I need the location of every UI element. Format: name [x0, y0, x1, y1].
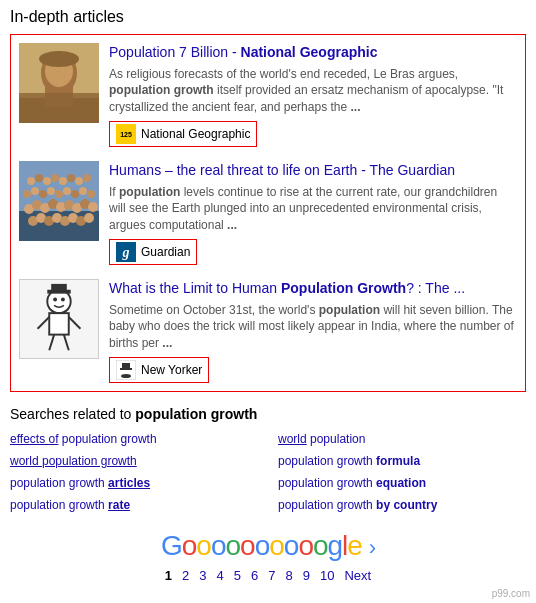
article-3-thumb-svg: [20, 279, 98, 359]
article-2-title[interactable]: Humans – the real threat to life on Eart…: [109, 161, 517, 181]
svg-point-29: [39, 190, 47, 198]
related-link-world-pop[interactable]: world population: [278, 430, 526, 448]
next-link[interactable]: Next: [344, 568, 371, 583]
svg-point-37: [35, 174, 43, 182]
section-title: In-depth articles: [10, 8, 526, 26]
article-2: Humans – the real threat to life on Eart…: [19, 161, 517, 265]
page-6[interactable]: 6: [251, 568, 258, 583]
svg-rect-52: [49, 313, 69, 334]
google-logo-container: Goooooooooogle ›: [10, 530, 526, 568]
article-3-content: What is the Limit to Human Population Gr…: [109, 279, 517, 383]
svg-point-18: [88, 202, 98, 212]
svg-point-5: [39, 51, 79, 67]
google-arrow[interactable]: ›: [369, 535, 375, 560]
article-2-content: Humans – the real threat to life on Eart…: [109, 161, 517, 265]
guardian-icon: g: [116, 242, 136, 262]
svg-point-35: [87, 190, 95, 198]
related-link-formula[interactable]: population growth formula: [278, 452, 526, 470]
article-3-snippet: Sometime on October 31st, the world's po…: [109, 302, 517, 352]
article-3-thumb: [19, 279, 99, 359]
svg-point-40: [59, 177, 67, 185]
article-2-thumb-svg: [19, 161, 99, 241]
page-10[interactable]: 10: [320, 568, 334, 583]
article-1-title-prefix: Population 7 Billion -: [109, 44, 241, 60]
svg-text:125: 125: [120, 131, 132, 138]
svg-point-31: [55, 190, 63, 198]
related-link-rate[interactable]: population growth rate: [10, 496, 258, 514]
page-7[interactable]: 7: [268, 568, 275, 583]
svg-point-60: [121, 374, 131, 378]
svg-point-38: [43, 177, 51, 185]
article-1-thumb-svg: [19, 43, 99, 123]
article-3: What is the Limit to Human Population Gr…: [19, 279, 517, 383]
related-link-articles[interactable]: population growth articles: [10, 474, 258, 492]
articles-box: Population 7 Billion - National Geograph…: [10, 34, 526, 392]
svg-point-42: [75, 177, 83, 185]
page-1: 1: [165, 568, 172, 583]
related-title: Searches related to population growth: [10, 406, 526, 422]
article-1-content: Population 7 Billion - National Geograph…: [109, 43, 517, 147]
related-link-equation[interactable]: population growth equation: [278, 474, 526, 492]
svg-rect-1: [19, 98, 99, 123]
svg-point-41: [67, 174, 75, 182]
newyorker-icon: [116, 360, 136, 380]
article-1-title[interactable]: Population 7 Billion - National Geograph…: [109, 43, 517, 63]
svg-point-43: [83, 174, 91, 182]
pagination-section: Goooooooooogle › 1 2 3 4 5 6 7 8 9 10 Ne…: [10, 530, 526, 583]
google-logo: Goooooooooogle ›: [161, 530, 375, 562]
svg-point-27: [23, 190, 31, 198]
svg-rect-59: [122, 363, 130, 369]
article-1-source[interactable]: 125 National Geographic: [109, 121, 257, 147]
related-grid: effects of population growth world popul…: [10, 430, 526, 514]
article-2-thumb: [19, 161, 99, 241]
related-link-by-country[interactable]: population growth by country: [278, 496, 526, 514]
article-3-source-name: New Yorker: [141, 363, 202, 377]
svg-rect-4: [45, 87, 73, 107]
related-link-world-growth[interactable]: world population growth: [10, 452, 258, 470]
related-section: Searches related to population growth ef…: [10, 406, 526, 514]
watermark: p99.com: [492, 588, 530, 599]
page-numbers: 1 2 3 4 5 6 7 8 9 10 Next: [10, 568, 526, 583]
page-8[interactable]: 8: [285, 568, 292, 583]
svg-point-33: [71, 190, 79, 198]
page-9[interactable]: 9: [303, 568, 310, 583]
svg-point-49: [61, 298, 65, 302]
article-2-source[interactable]: g Guardian: [109, 239, 197, 265]
page-4[interactable]: 4: [217, 568, 224, 583]
page-2[interactable]: 2: [182, 568, 189, 583]
article-2-snippet: If population levels continue to rise at…: [109, 184, 517, 234]
svg-text:g: g: [122, 245, 130, 260]
article-3-title[interactable]: What is the Limit to Human Population Gr…: [109, 279, 517, 299]
article-1-thumb: [19, 43, 99, 123]
article-1-title-bold: National Geographic: [241, 44, 378, 60]
related-link-effects[interactable]: effects of population growth: [10, 430, 258, 448]
svg-point-36: [27, 177, 35, 185]
svg-rect-51: [51, 284, 67, 292]
article-2-source-name: Guardian: [141, 245, 190, 259]
svg-point-26: [84, 213, 94, 223]
svg-point-30: [47, 187, 55, 195]
svg-point-48: [53, 298, 57, 302]
svg-point-34: [79, 187, 87, 195]
article-3-source[interactable]: New Yorker: [109, 357, 209, 383]
article-1-source-name: National Geographic: [141, 127, 250, 141]
svg-point-28: [31, 187, 39, 195]
ng-icon: 125: [116, 124, 136, 144]
page-3[interactable]: 3: [199, 568, 206, 583]
article-1-snippet: As religious forecasts of the world's en…: [109, 66, 517, 116]
page-5[interactable]: 5: [234, 568, 241, 583]
article-1: Population 7 Billion - National Geograph…: [19, 43, 517, 147]
svg-point-39: [51, 174, 59, 182]
svg-point-32: [63, 187, 71, 195]
